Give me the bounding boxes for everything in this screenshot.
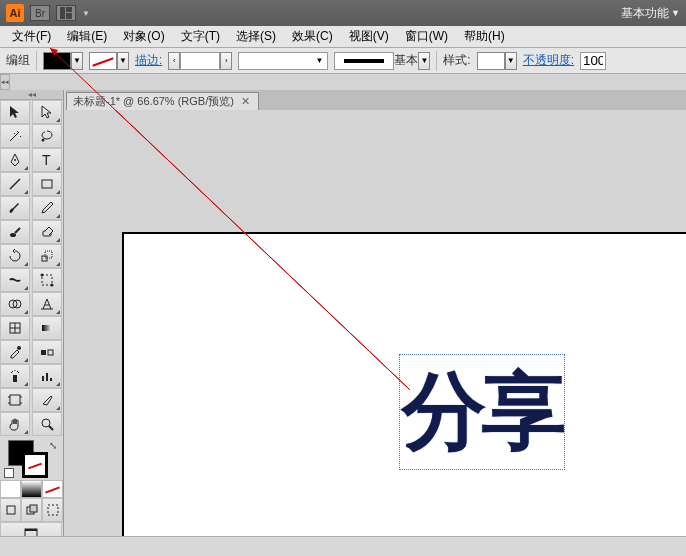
draw-inside-icon[interactable]: [42, 498, 63, 522]
menu-object[interactable]: 对象(O): [115, 25, 172, 48]
stroke-color-icon[interactable]: [22, 452, 48, 478]
eyedropper-tool[interactable]: [0, 340, 30, 364]
svg-rect-0: [60, 7, 65, 19]
svg-line-28: [49, 426, 53, 430]
width-tool[interactable]: [0, 268, 30, 292]
stroke-weight-stepper-up[interactable]: ›: [220, 52, 232, 70]
drawing-mode-row: [0, 498, 63, 522]
rotate-tool[interactable]: [0, 244, 30, 268]
pencil-tool[interactable]: [32, 196, 62, 220]
svg-rect-26: [10, 395, 20, 405]
pen-tool[interactable]: [0, 148, 30, 172]
draw-normal-icon[interactable]: [0, 498, 21, 522]
swap-fill-stroke-icon[interactable]: ⤡: [49, 440, 57, 451]
selection-type-label: 编组: [6, 52, 30, 69]
color-mode-row: [0, 480, 63, 498]
direct-selection-tool[interactable]: [32, 100, 62, 124]
default-fill-stroke-icon[interactable]: [4, 468, 14, 478]
close-tab-icon[interactable]: ✕: [240, 96, 252, 108]
svg-point-3: [41, 139, 44, 142]
svg-rect-1: [66, 7, 72, 12]
selection-tool[interactable]: [0, 100, 30, 124]
document-tab[interactable]: 未标题-1* @ 66.67% (RGB/预览) ✕: [66, 92, 259, 110]
scale-tool[interactable]: [32, 244, 62, 268]
draw-behind-icon[interactable]: [21, 498, 42, 522]
bridge-icon[interactable]: Br: [30, 5, 50, 21]
svg-rect-20: [41, 350, 46, 355]
svg-text:T: T: [42, 152, 51, 168]
slice-tool[interactable]: [32, 388, 62, 412]
gradient-tool[interactable]: [32, 316, 62, 340]
stroke-swatch[interactable]: [89, 52, 117, 70]
svg-rect-11: [45, 251, 52, 258]
mesh-tool[interactable]: [0, 316, 30, 340]
brush-label: 基本: [394, 52, 418, 69]
canvas-area[interactable]: 分享: [66, 110, 686, 556]
menu-file[interactable]: 文件(F): [4, 25, 59, 48]
menu-effect[interactable]: 效果(C): [284, 25, 341, 48]
variable-width-profile[interactable]: ▼: [238, 52, 328, 70]
menu-help[interactable]: 帮助(H): [456, 25, 513, 48]
brush-dropdown[interactable]: ▼: [418, 52, 430, 70]
svg-point-27: [42, 419, 50, 427]
color-mode-none[interactable]: [42, 480, 63, 498]
graphic-style-dropdown[interactable]: ▼: [505, 52, 517, 70]
app-logo-icon: Ai: [6, 4, 24, 22]
eraser-tool[interactable]: [32, 220, 62, 244]
fill-swatch[interactable]: [43, 52, 71, 70]
tools-collapse-toggle[interactable]: ◂◂: [0, 90, 63, 100]
panel-collapse-tab[interactable]: ◂◂: [0, 74, 10, 90]
menu-edit[interactable]: 编辑(E): [59, 25, 115, 48]
color-mode-solid[interactable]: [0, 480, 21, 498]
graphic-style-swatch[interactable]: [477, 52, 505, 70]
free-transform-tool[interactable]: [32, 268, 62, 292]
fill-stroke-control[interactable]: ⤡: [0, 436, 63, 480]
selected-text-object[interactable]: 分享: [399, 354, 565, 470]
arrange-documents-icon[interactable]: [56, 5, 76, 21]
svg-line-6: [10, 179, 20, 189]
opacity-input[interactable]: [580, 52, 606, 70]
fill-dropdown[interactable]: ▼: [71, 52, 83, 70]
blob-brush-tool[interactable]: [0, 220, 30, 244]
svg-rect-24: [46, 373, 48, 381]
menu-window[interactable]: 窗口(W): [397, 25, 456, 48]
svg-rect-12: [42, 275, 52, 285]
artboard-tool[interactable]: [0, 388, 30, 412]
menu-view[interactable]: 视图(V): [341, 25, 397, 48]
rectangle-tool[interactable]: [32, 172, 62, 196]
blend-tool[interactable]: [32, 340, 62, 364]
document-tab-title: 未标题-1* @ 66.67% (RGB/预览): [73, 94, 234, 109]
chevron-down-icon[interactable]: ▼: [82, 9, 90, 18]
svg-rect-29: [7, 506, 15, 514]
svg-point-14: [50, 284, 53, 287]
workspace-switcher[interactable]: 基本功能 ▼: [621, 5, 680, 22]
zoom-tool[interactable]: [32, 412, 62, 436]
stroke-weight-input[interactable]: [180, 52, 220, 70]
menu-select[interactable]: 选择(S): [228, 25, 284, 48]
symbol-sprayer-tool[interactable]: [0, 364, 30, 388]
lasso-tool[interactable]: [32, 124, 62, 148]
type-tool[interactable]: T: [32, 148, 62, 172]
tools-panel: ◂◂ T ⤡: [0, 90, 64, 536]
paintbrush-tool[interactable]: [0, 196, 30, 220]
brush-definition[interactable]: [334, 52, 394, 70]
separator: [436, 51, 437, 71]
shape-builder-tool[interactable]: [0, 292, 30, 316]
control-bar: 编组 ▼ ▼ 描边: ‹ › ▼ 基本 ▼ 样式: ▼ 不透明度:: [0, 48, 686, 74]
svg-point-8: [10, 233, 16, 237]
hand-tool[interactable]: [0, 412, 30, 436]
stroke-dropdown[interactable]: ▼: [117, 52, 129, 70]
svg-rect-2: [66, 13, 72, 19]
color-mode-gradient[interactable]: [21, 480, 42, 498]
opacity-link[interactable]: 不透明度:: [523, 52, 574, 69]
column-graph-tool[interactable]: [32, 364, 62, 388]
stroke-weight-stepper-down[interactable]: ‹: [168, 52, 180, 70]
line-segment-tool[interactable]: [0, 172, 30, 196]
separator: [36, 51, 37, 71]
menu-type[interactable]: 文字(T): [173, 25, 228, 48]
magic-wand-tool[interactable]: [0, 124, 30, 148]
perspective-grid-tool[interactable]: [32, 292, 62, 316]
svg-rect-32: [48, 505, 58, 515]
stroke-link[interactable]: 描边:: [135, 52, 162, 69]
svg-rect-22: [13, 375, 17, 382]
